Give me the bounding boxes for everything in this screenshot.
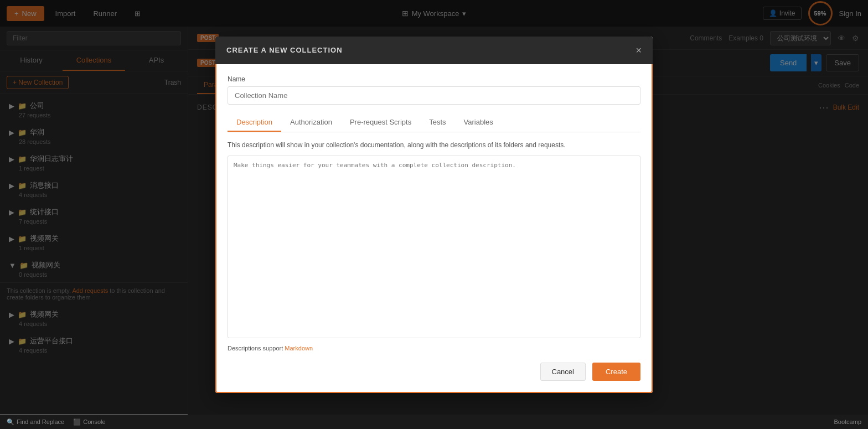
find-replace-button[interactable]: 🔍 Find and Replace — [7, 418, 64, 426]
modal-tabs: Description Authorization Pre-request Sc… — [228, 113, 640, 132]
modal-tab-authorization[interactable]: Authorization — [281, 113, 341, 132]
description-textarea[interactable] — [228, 156, 640, 338]
modal-body: Name Description Authorization Pre-reque… — [215, 64, 653, 393]
name-label: Name — [228, 75, 640, 83]
cancel-button[interactable]: Cancel — [540, 363, 586, 381]
search-icon: 🔍 — [7, 418, 14, 426]
modal-tab-description[interactable]: Description — [228, 113, 281, 132]
modal-overlay: CREATE A NEW COLLECTION × Name Descripti… — [0, 0, 868, 429]
bottom-bar: 🔍 Find and Replace ⬛ Console Bootcamp — [0, 415, 868, 429]
console-icon: ⬛ — [73, 418, 81, 426]
modal-tab-tests[interactable]: Tests — [420, 113, 454, 132]
console-button[interactable]: ⬛ Console — [73, 418, 105, 426]
collection-name-input[interactable] — [228, 86, 640, 105]
markdown-link[interactable]: Markdown — [285, 345, 313, 352]
create-collection-modal: CREATE A NEW COLLECTION × Name Descripti… — [215, 37, 653, 393]
modal-tab-variables[interactable]: Variables — [455, 113, 502, 132]
modal-title: CREATE A NEW COLLECTION — [226, 46, 343, 54]
modal-close-button[interactable]: × — [636, 45, 642, 55]
description-help-text: This description will show in your colle… — [228, 141, 640, 149]
modal-header: CREATE A NEW COLLECTION × — [215, 37, 653, 64]
bootcamp-button[interactable]: Bootcamp — [834, 418, 861, 425]
create-button[interactable]: Create — [592, 363, 640, 381]
markdown-note: Descriptions support Markdown — [228, 345, 640, 352]
modal-tab-pre-request[interactable]: Pre-request Scripts — [341, 113, 420, 132]
modal-footer: Cancel Create — [228, 363, 640, 381]
